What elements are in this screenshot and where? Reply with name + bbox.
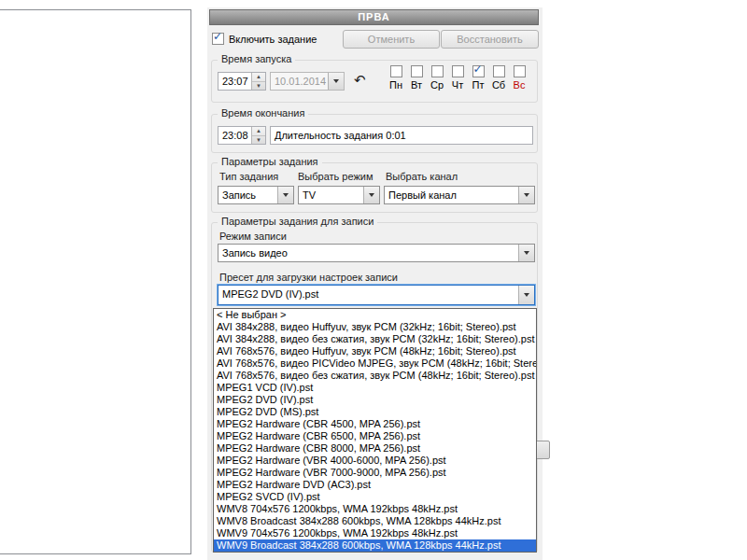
left-list-panel[interactable] [0, 9, 191, 554]
start-time-group-label: Время запуска [218, 53, 295, 64]
record-params-group-label: Параметры задания для записи [218, 216, 377, 227]
task-panel: ПРВА ✓ Включить задание Отменить Восстан… [207, 7, 543, 560]
duration-field[interactable]: Длительность задания 0:01 [270, 126, 533, 145]
preset-list-item[interactable]: < Не выбран > [214, 309, 536, 321]
preset-list-item[interactable]: MPEG2 Hardware (VBR 7000-9000, MPA 256).… [214, 467, 536, 479]
day-col-Вс: Вс [509, 65, 529, 91]
preset-list-item[interactable]: AVI 768x576, видео Huffyuv, звук PCM (48… [214, 345, 536, 357]
dropdown-button[interactable] [518, 245, 534, 261]
spin-down-icon[interactable]: ▼ [252, 81, 265, 91]
end-time-spinner[interactable]: 23:08 ▲▼ [218, 126, 266, 145]
preset-list-item[interactable]: WMV9 Broadcast 384x288 600kbps, WMA 128k… [214, 539, 536, 552]
chevron-down-icon [524, 193, 529, 197]
day-label: Вс [514, 79, 526, 91]
preset-list-item[interactable]: MPEG2 Hardware (CBR 8000, MPA 256).pst [214, 442, 536, 455]
start-time-spinner[interactable]: 23:07 ▲▼ [218, 72, 266, 91]
preset-list[interactable]: < Не выбран >AVI 384x288, видео Huffyuv,… [213, 308, 537, 553]
check-icon: ✓ [213, 30, 222, 43]
day-checkbox-Ср[interactable] [431, 65, 444, 77]
preset-list-item[interactable]: WMV8 Broadcast 384x288 600kbps, WMA 128k… [214, 515, 536, 527]
task-params-group: Параметры задания Тип задания Выбрать ре… [211, 162, 538, 213]
spin-down-icon[interactable]: ▼ [252, 135, 265, 145]
day-checkbox-Пн[interactable] [390, 65, 402, 77]
preset-list-item[interactable]: WMV9 704x576 1200kbps, WMA 192kbps 48kHz… [214, 527, 536, 539]
mode-label: Выбрать режим [298, 171, 374, 182]
enable-task-checkbox[interactable]: ✓ [212, 33, 224, 45]
channel-label: Выбрать канал [386, 171, 458, 182]
preset-list-item[interactable]: MPEG2 Hardware DVD (AC3).pst [214, 479, 536, 491]
spin-buttons[interactable]: ▲▼ [251, 73, 265, 90]
day-checkbox-Сб[interactable] [493, 65, 505, 77]
preset-list-item[interactable]: MPEG2 Hardware (CBR 6500, MPA 256).pst [214, 430, 536, 442]
day-checkbox-Пт[interactable]: ✓ [472, 65, 485, 77]
day-col-Пт: ✓Пт [468, 65, 488, 91]
chevron-down-icon [524, 293, 529, 297]
start-time-value: 23:07 [218, 73, 251, 90]
chevron-down-icon [283, 193, 289, 197]
day-label: Ср [430, 79, 444, 91]
start-date-value: 10.01.2014 [271, 73, 328, 90]
mode-combo[interactable]: TV [298, 186, 380, 204]
preset-list-item[interactable]: MPEG2 Hardware (VBR 4000-6000, MPA 256).… [214, 455, 536, 467]
day-col-Ср: Ср [427, 65, 447, 91]
day-checkbox-Вс[interactable] [514, 65, 526, 77]
start-time-group: Время запуска 23:07 ▲▼ 10.01.2014 ↶ ПнВт… [211, 60, 538, 103]
preset-list-item[interactable]: MPEG2 SVCD (IV).pst [214, 491, 536, 503]
day-checkbox-Вт[interactable] [411, 65, 423, 77]
day-checkbox-Чт[interactable] [452, 65, 464, 77]
restore-button[interactable]: Восстановить [441, 30, 539, 49]
preset-list-item[interactable]: MPEG1 VCD (IV).pst [214, 382, 536, 394]
cancel-button[interactable]: Отменить [343, 30, 440, 49]
dropdown-button[interactable] [518, 187, 534, 203]
task-type-combo[interactable]: Запись [218, 186, 294, 204]
preset-list-item[interactable]: WMV8 704x576 1200kbps, WMA 192kbps 48kHz… [214, 503, 536, 515]
day-label: Пн [389, 79, 402, 91]
end-time-group-label: Время окончания [218, 107, 308, 119]
day-label: Вт [411, 79, 422, 91]
chevron-down-icon [333, 79, 339, 83]
record-mode-value: Запись видео [218, 245, 518, 261]
dropdown-button[interactable] [518, 286, 534, 304]
spin-buttons[interactable]: ▲▼ [251, 127, 265, 144]
chevron-down-icon [524, 251, 529, 255]
preset-list-item[interactable]: MPEG2 DVD (IV).pst [214, 394, 536, 406]
spin-up-icon[interactable]: ▲ [252, 127, 265, 135]
start-date-combo[interactable]: 10.01.2014 [270, 72, 345, 91]
undo-icon[interactable]: ↶ [354, 73, 366, 87]
preset-list-item[interactable]: AVI 768x576, видео PICVideo MJPEG, звук … [214, 357, 536, 370]
preset-list-item[interactable]: AVI 768x576, видео без сжатия, звук PCM … [214, 370, 536, 382]
preset-list-item[interactable]: MPEG2 DVD (MS).pst [214, 406, 536, 418]
task-type-label: Тип задания [219, 171, 278, 182]
preset-list-item[interactable]: AVI 384x288, видео без сжатия, звук PCM … [214, 333, 536, 345]
preset-value: MPEG2 DVD (IV).pst [218, 286, 518, 304]
day-label: Пт [472, 79, 485, 91]
end-time-group: Время окончания 23:08 ▲▼ Длительность за… [211, 114, 538, 153]
preset-list-item[interactable]: AVI 384x288, видео Huffyuv, звук PCM (32… [214, 321, 536, 333]
day-col-Сб: Сб [488, 65, 509, 91]
day-label: Сб [492, 79, 505, 91]
end-time-value: 23:08 [218, 127, 251, 144]
channel-combo[interactable]: Первый канал [384, 186, 535, 204]
chevron-down-icon [369, 193, 374, 197]
preset-label: Пресет для загрузки настроек записи [219, 272, 398, 283]
dropdown-button[interactable] [277, 187, 293, 203]
task-type-value: Запись [218, 187, 277, 203]
task-params-group-label: Параметры задания [218, 156, 322, 167]
day-col-Пн: Пн [386, 65, 406, 91]
day-col-Чт: Чт [447, 65, 468, 91]
mode-value: TV [299, 187, 363, 203]
panel-title: ПРВА [209, 9, 539, 25]
preset-list-item[interactable]: MPEG2 Hardware (CBR 4500, MPA 256).pst [214, 418, 536, 430]
preset-combo[interactable]: MPEG2 DVD (IV).pst [218, 285, 535, 305]
day-label: Чт [452, 79, 463, 91]
day-col-Вт: Вт [406, 65, 427, 91]
days-row: ПнВтСрЧт✓ПтСбВс [386, 65, 529, 91]
dropdown-button[interactable] [363, 187, 379, 203]
enable-task-label: Включить задание [229, 34, 317, 45]
spin-up-icon[interactable]: ▲ [252, 73, 265, 81]
record-mode-combo[interactable]: Запись видео [218, 244, 535, 262]
channel-value: Первый канал [385, 187, 518, 203]
date-dropdown-button[interactable] [328, 73, 344, 90]
record-mode-label: Режим записи [219, 231, 287, 242]
check-icon: ✓ [473, 63, 483, 76]
